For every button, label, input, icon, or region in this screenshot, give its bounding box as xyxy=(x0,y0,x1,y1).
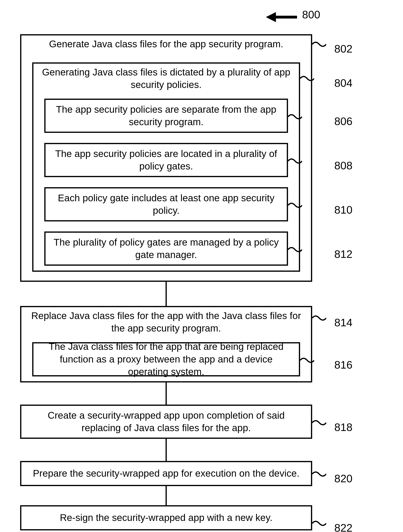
step-808-text: The app security policies are located in… xyxy=(45,147,287,173)
ref-814: 814 xyxy=(334,317,352,328)
step-806-text: The app security policies are separate f… xyxy=(45,103,287,128)
step-812-text: The plurality of policy gates are manage… xyxy=(45,236,287,261)
svg-rect-1 xyxy=(275,16,297,19)
ref-822: 822 xyxy=(334,522,352,532)
step-822: Re-sign the security-wrapped app with a … xyxy=(20,505,312,530)
figure-ref-label: 800 xyxy=(302,9,320,20)
connector-818-820 xyxy=(166,439,167,461)
step-810-text: Each policy gate includes at least one a… xyxy=(45,192,287,217)
ref-tick-818 xyxy=(312,419,326,427)
ref-tick-822 xyxy=(312,519,326,527)
ref-tick-820 xyxy=(312,470,326,478)
ref-tick-802 xyxy=(312,40,326,48)
ref-tick-816 xyxy=(300,356,314,364)
ref-802: 802 xyxy=(334,43,352,54)
step-816: The Java class files for the app that ar… xyxy=(32,342,300,376)
step-806: The app security policies are separate f… xyxy=(44,99,288,133)
step-810: Each policy gate includes at least one a… xyxy=(44,187,288,222)
connector-820-822 xyxy=(166,486,167,505)
step-816-text: The Java class files for the app that ar… xyxy=(33,340,299,378)
ref-tick-804 xyxy=(300,75,314,82)
ref-818: 818 xyxy=(334,422,352,433)
ref-804: 804 xyxy=(334,77,352,88)
ref-806: 806 xyxy=(334,116,352,127)
connector-814-818 xyxy=(166,382,167,405)
step-818: Create a security-wrapped app upon compl… xyxy=(20,405,312,439)
ref-tick-814 xyxy=(312,314,326,322)
ref-810: 810 xyxy=(334,204,352,215)
ref-808: 808 xyxy=(334,160,352,171)
ref-816: 816 xyxy=(334,359,352,370)
step-802-text: Generate Java class files for the app se… xyxy=(43,38,289,50)
ref-tick-806 xyxy=(288,113,302,121)
ref-820: 820 xyxy=(334,473,352,484)
figure-ref-arrow xyxy=(266,10,298,24)
step-820-text: Prepare the security-wrapped app for exe… xyxy=(27,467,305,480)
ref-tick-808 xyxy=(288,157,302,165)
step-818-text: Create a security-wrapped app upon compl… xyxy=(21,409,311,434)
step-814-text: Replace Java class files for the app wit… xyxy=(21,310,311,335)
step-808: The app security policies are located in… xyxy=(44,143,288,177)
ref-812: 812 xyxy=(334,249,352,260)
ref-tick-812 xyxy=(288,246,302,254)
step-822-text: Re-sign the security-wrapped app with a … xyxy=(54,512,279,524)
step-812: The plurality of policy gates are manage… xyxy=(44,231,288,266)
step-804-text: Generating Java class files is dictated … xyxy=(33,66,299,91)
connector-802-814 xyxy=(166,282,167,306)
ref-tick-810 xyxy=(288,201,302,209)
step-820: Prepare the security-wrapped app for exe… xyxy=(20,461,312,486)
svg-marker-0 xyxy=(266,12,276,22)
